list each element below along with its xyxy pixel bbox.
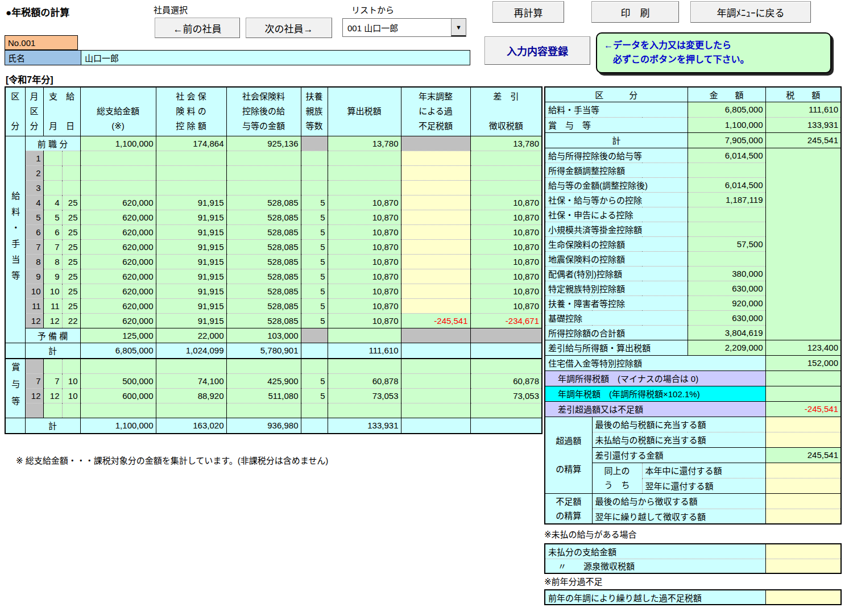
pay-month-cell[interactable]: 6 — [43, 224, 62, 239]
yearend-adjustment-cell[interactable] — [401, 210, 470, 224]
dependents-cell[interactable] — [301, 359, 328, 373]
yearend-adjustment-cell[interactable]: -245,541 — [401, 313, 470, 328]
total-pay-cell[interactable]: 620,000 — [80, 224, 156, 239]
yearend-adjustment-cell[interactable] — [401, 298, 470, 313]
chevron-down-icon[interactable]: ▼ — [451, 19, 466, 36]
deduction-amount-cell[interactable]: 920,000 — [688, 295, 765, 310]
settlement-value-cell[interactable] — [765, 432, 841, 447]
pay-month-cell[interactable]: 11 — [43, 298, 62, 313]
withheld-tax-cell[interactable]: 10,870 — [470, 195, 542, 210]
pay-month-cell[interactable]: 12 — [43, 388, 62, 403]
employee-dropdown[interactable]: 001 山口一郎 ▼ — [342, 18, 466, 37]
dependents-cell[interactable]: 5 — [301, 284, 328, 298]
social-insurance-cell[interactable] — [156, 359, 226, 373]
dependents-cell[interactable]: 5 — [301, 298, 328, 313]
settlement-value-cell[interactable] — [765, 463, 841, 478]
yearend-adjustment-cell[interactable] — [401, 254, 470, 269]
social-insurance-cell[interactable]: 91,915 — [156, 313, 226, 328]
deduction-amount-cell[interactable] — [688, 251, 765, 266]
calculated-tax-cell[interactable] — [328, 403, 401, 418]
social-insurance-cell[interactable]: 91,915 — [156, 269, 226, 284]
withheld-tax-cell[interactable]: 10,870 — [470, 298, 542, 313]
prev-job-total-cell[interactable]: 1,100,000 — [80, 136, 156, 151]
reserve-after-deduction-cell[interactable]: 103,000 — [226, 328, 301, 343]
deduction-amount-cell[interactable]: 1,187,119 — [688, 192, 765, 207]
pay-month-cell[interactable]: 9 — [43, 269, 62, 284]
pay-day-cell[interactable]: 25 — [62, 239, 80, 254]
calculated-tax-cell[interactable]: 10,870 — [328, 284, 401, 298]
social-insurance-cell[interactable]: 74,100 — [156, 373, 226, 388]
pay-day-cell[interactable] — [62, 151, 80, 165]
withheld-tax-cell[interactable] — [470, 151, 542, 165]
withheld-tax-cell[interactable]: 73,053 — [470, 388, 542, 403]
deduction-amount-cell[interactable]: 57,500 — [688, 236, 765, 251]
calculated-tax-cell[interactable]: 10,870 — [328, 224, 401, 239]
pay-day-cell[interactable]: 25 — [62, 269, 80, 284]
total-pay-cell[interactable]: 620,000 — [80, 239, 156, 254]
withheld-tax-cell[interactable]: 60,878 — [470, 373, 542, 388]
pay-month-cell[interactable] — [43, 165, 62, 180]
after-deduction-cell[interactable]: 528,085 — [226, 284, 301, 298]
calculated-tax-cell[interactable]: 10,870 — [328, 269, 401, 284]
next-employee-button[interactable]: 次の社員→ — [246, 18, 332, 38]
withheld-tax-cell[interactable]: 10,870 — [470, 239, 542, 254]
total-pay-cell[interactable] — [80, 403, 156, 418]
social-insurance-cell[interactable]: 91,915 — [156, 254, 226, 269]
total-pay-cell[interactable] — [80, 180, 156, 195]
yearend-adjustment-cell[interactable] — [401, 373, 470, 388]
dependents-cell[interactable]: 5 — [301, 195, 328, 210]
calculated-tax-cell[interactable] — [328, 151, 401, 165]
after-deduction-cell[interactable] — [226, 180, 301, 195]
social-insurance-cell[interactable]: 91,915 — [156, 210, 226, 224]
after-deduction-cell[interactable]: 528,085 — [226, 224, 301, 239]
social-insurance-cell[interactable]: 88,920 — [156, 388, 226, 403]
total-pay-cell[interactable]: 620,000 — [80, 254, 156, 269]
yearend-adjustment-cell[interactable] — [401, 180, 470, 195]
total-pay-cell[interactable]: 620,000 — [80, 210, 156, 224]
dependents-cell[interactable]: 5 — [301, 269, 328, 284]
calculated-tax-cell[interactable]: 10,870 — [328, 313, 401, 328]
prev-year-carryover-cell[interactable] — [765, 590, 841, 605]
pay-day-cell[interactable] — [62, 359, 80, 373]
name-value[interactable]: 山口一郎 — [81, 51, 470, 65]
social-insurance-cell[interactable]: 91,915 — [156, 284, 226, 298]
total-pay-cell[interactable]: 620,000 — [80, 195, 156, 210]
yearend-adjustment-cell[interactable] — [401, 269, 470, 284]
total-pay-cell[interactable] — [80, 151, 156, 165]
calculated-tax-cell[interactable]: 10,870 — [328, 195, 401, 210]
dependents-cell[interactable] — [301, 403, 328, 418]
withheld-tax-cell[interactable] — [470, 180, 542, 195]
deduction-amount-cell[interactable] — [688, 207, 765, 222]
after-deduction-cell[interactable]: 528,085 — [226, 313, 301, 328]
dependents-cell[interactable] — [301, 180, 328, 195]
register-input-button[interactable]: 入力内容登録 — [485, 36, 590, 65]
withheld-tax-cell[interactable]: 10,870 — [470, 254, 542, 269]
dependents-cell[interactable] — [301, 165, 328, 180]
calculated-tax-cell[interactable]: 10,870 — [328, 254, 401, 269]
pay-day-cell[interactable]: 22 — [62, 313, 80, 328]
pay-month-cell[interactable] — [43, 180, 62, 195]
pay-day-cell[interactable]: 25 — [62, 254, 80, 269]
withheld-tax-cell[interactable]: 10,870 — [470, 269, 542, 284]
pay-month-cell[interactable]: 7 — [43, 373, 62, 388]
deduction-amount-cell[interactable]: 3,804,619 — [688, 325, 765, 340]
pay-month-cell[interactable]: 5 — [43, 210, 62, 224]
total-pay-cell[interactable] — [80, 165, 156, 180]
calculated-tax-cell[interactable] — [328, 359, 401, 373]
pay-day-cell[interactable]: 25 — [62, 298, 80, 313]
settlement-value-cell[interactable] — [765, 417, 841, 432]
unpaid-withholding-cell[interactable] — [765, 559, 841, 573]
social-insurance-cell[interactable] — [156, 180, 226, 195]
reserve-social-insurance-cell[interactable]: 22,000 — [156, 328, 226, 343]
social-insurance-cell[interactable]: 91,915 — [156, 239, 226, 254]
settlement-value-cell[interactable] — [765, 478, 841, 493]
pay-day-cell[interactable]: 25 — [62, 210, 80, 224]
dependents-cell[interactable] — [301, 151, 328, 165]
social-insurance-cell[interactable] — [156, 151, 226, 165]
prev-job-social-insurance-cell[interactable]: 174,864 — [156, 136, 226, 151]
deduction-amount-cell[interactable]: 630,000 — [688, 310, 765, 325]
withheld-tax-cell[interactable] — [470, 359, 542, 373]
dependents-cell[interactable]: 5 — [301, 373, 328, 388]
pay-month-cell[interactable]: 8 — [43, 254, 62, 269]
pay-day-cell[interactable]: 25 — [62, 195, 80, 210]
